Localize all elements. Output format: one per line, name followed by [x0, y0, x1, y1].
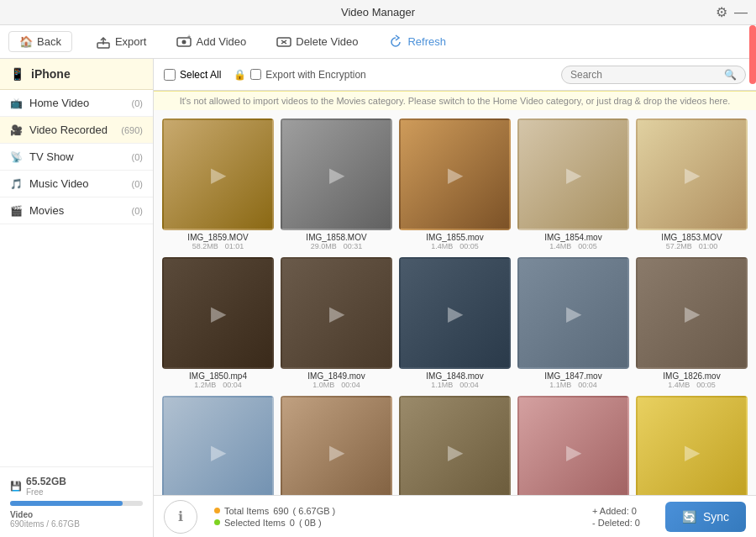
select-all-checkbox[interactable] [164, 69, 176, 81]
iphone-icon: 📱 [10, 67, 24, 81]
search-input[interactable] [570, 69, 720, 81]
total-count: 690 [273, 506, 288, 516]
video-item[interactable]: ▶IMG_1858.MOV29.0MB00:31 [281, 118, 392, 250]
video-thumbnail: ▶ [517, 118, 629, 230]
video-name: IMG_1826.mov [663, 371, 720, 381]
export-button[interactable]: Export [89, 31, 154, 53]
video-thumbnail: ▶ [399, 118, 511, 230]
right-stats: + Added: 0 - Deleted: 0 [592, 506, 640, 528]
lock-icon: 🔒 [234, 69, 246, 81]
select-all-container[interactable]: Select All [164, 69, 221, 81]
sidebar-item-music-video[interactable]: 🎵 Music Video (0) [0, 171, 153, 197]
video-thumbnail: ▶ [281, 118, 392, 230]
video-duration: 01:01 [225, 242, 244, 250]
video-item[interactable]: ▶IMG_1823.mov1.2MB00:04 [399, 396, 511, 495]
encryption-checkbox[interactable] [250, 69, 261, 80]
selected-count: 0 [290, 518, 295, 528]
video-duration: 00:05 [578, 242, 597, 250]
tv-show-label: TV Show [29, 150, 125, 163]
add-video-button[interactable]: + Add Video [170, 31, 253, 53]
video-meta: 57.2MB01:00 [666, 242, 718, 250]
video-item[interactable]: ▶IMG_1859.MOV58.2MB01:01 [162, 118, 274, 250]
sidebar-item-tv-show[interactable]: 📡 TV Show (0) [0, 144, 153, 171]
select-all-label: Select All [180, 69, 221, 81]
video-item[interactable]: ▶IMG_1824.mov1.3MB00:04 [281, 396, 392, 495]
video-item[interactable]: ▶IMG_1853.MOV57.2MB01:00 [636, 118, 748, 250]
video-item[interactable]: ▶IMG_1849.mov1.0MB00:04 [281, 257, 392, 389]
video-size: 1.1MB [431, 381, 453, 389]
video-item[interactable]: ▶IMG_1854.mov1.4MB00:05 [517, 118, 629, 250]
video-size: 1.4MB [668, 381, 690, 389]
sidebar-item-home-video[interactable]: 📺 Home Video (0) [0, 90, 153, 117]
export-label: Export [115, 35, 147, 48]
video-item[interactable]: ▶IMG_1847.mov1.1MB00:04 [517, 257, 629, 389]
total-label: Total Items [224, 506, 269, 516]
video-duration: 00:05 [459, 242, 479, 250]
bottom-bar: ℹ Total Items 690 ( 6.67GB ) Selected It… [154, 495, 756, 537]
minimize-button[interactable]: — [734, 4, 748, 20]
refresh-button[interactable]: Refresh [381, 31, 453, 53]
video-grid: ▶IMG_1859.MOV58.2MB01:01▶IMG_1858.MOV29.… [154, 110, 756, 495]
video-thumbnail: ▶ [636, 118, 748, 230]
back-label: Back [37, 35, 61, 48]
sidebar-item-movies[interactable]: 🎬 Movies (0) [0, 197, 153, 224]
video-size: 58.2MB [192, 242, 218, 250]
storage-bar [10, 501, 143, 506]
sidebar-item-video-recorded[interactable]: 🎥 Video Recorded (690) [0, 117, 153, 144]
video-duration: 00:04 [341, 381, 360, 389]
info-icon: ℹ [164, 500, 197, 534]
total-size: ( 6.67GB ) [293, 506, 336, 516]
title-bar: Video Manager ⚙ — [0, 0, 756, 25]
video-meta: 1.1MB00:04 [549, 381, 597, 389]
tv-show-count: (0) [132, 152, 143, 162]
movies-label: Movies [29, 204, 125, 217]
sync-icon: 🔄 [682, 510, 696, 524]
video-thumbnail: ▶ [517, 257, 629, 369]
video-item[interactable]: ▶IMG_1821.mov1.3MB00:04 [636, 396, 748, 495]
video-name: IMG_1855.mov [426, 233, 483, 242]
back-button[interactable]: 🏠 Back [8, 31, 72, 52]
total-dot [214, 508, 220, 513]
selected-size: ( 0B ) [299, 518, 322, 528]
video-name: IMG_1853.MOV [661, 233, 722, 242]
refresh-label: Refresh [407, 35, 446, 48]
delete-video-label: Delete Video [296, 35, 358, 48]
storage-bar-fill [10, 501, 123, 506]
video-name: IMG_1847.mov [544, 371, 601, 381]
video-duration: 01:00 [699, 242, 718, 250]
content-area: Select All 🔒 Export with Encryption 🔍 It… [154, 59, 756, 537]
video-duration: 00:31 [344, 242, 363, 250]
sync-label: Sync [703, 510, 729, 524]
video-thumbnail: ▶ [636, 257, 748, 369]
video-name: IMG_1858.MOV [306, 233, 366, 242]
video-name: IMG_1859.MOV [187, 233, 248, 242]
search-box[interactable]: 🔍 [561, 66, 746, 84]
video-size: 29.0MB [311, 242, 337, 250]
video-item[interactable]: ▶IMG_1825.mov1.2MB00:04 [162, 396, 274, 495]
notice-bar: It's not allowed to import videos to the… [154, 91, 756, 110]
svg-point-3 [182, 39, 186, 44]
video-duration: 00:04 [578, 381, 597, 389]
video-item[interactable]: ▶IMG_1826.mov1.4MB00:05 [636, 257, 748, 389]
export-encryption-container[interactable]: 🔒 Export with Encryption [234, 69, 365, 81]
video-item[interactable]: ▶IMG_1850.mp41.2MB00:04 [162, 257, 274, 389]
video-name: IMG_1850.mp4 [189, 371, 247, 381]
video-duration: 00:04 [223, 381, 242, 389]
video-duration: 00:05 [696, 381, 716, 389]
video-item[interactable]: ▶IMG_1855.mov1.4MB00:05 [399, 118, 511, 250]
video-thumbnail: ▶ [517, 396, 629, 495]
video-size: 1.4MB [549, 242, 571, 250]
delete-video-icon [276, 34, 291, 50]
music-video-label: Music Video [29, 177, 125, 190]
deleted-stat: - Deleted: 0 [592, 518, 640, 528]
video-item[interactable]: ▶IMG_1822.mov1.1MB00:04 [517, 396, 629, 495]
scrollbar-thumb[interactable] [749, 25, 756, 84]
video-size: 1.4MB [431, 242, 453, 250]
video-thumbnail: ▶ [162, 396, 274, 495]
video-item[interactable]: ▶IMG_1848.mov1.1MB00:04 [399, 257, 511, 389]
settings-button[interactable]: ⚙ [716, 4, 727, 20]
sync-button[interactable]: 🔄 Sync [665, 502, 746, 532]
video-name: IMG_1854.mov [544, 233, 601, 242]
delete-video-button[interactable]: Delete Video [270, 31, 365, 53]
added-stat: + Added: 0 [592, 506, 640, 516]
